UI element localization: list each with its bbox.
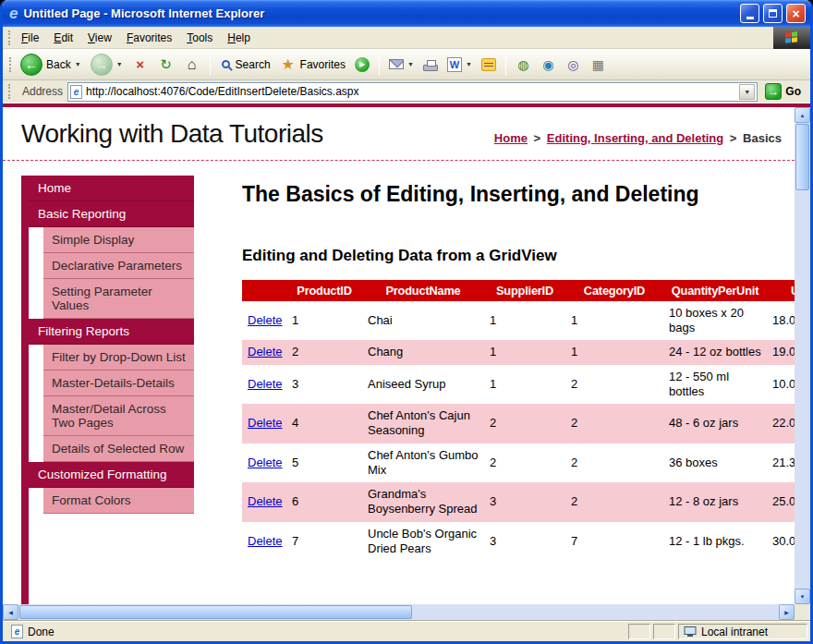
unitprice-cell: 18.0: [767, 301, 795, 341]
scrollbar-corner: [795, 604, 810, 620]
addon-globe-button[interactable]: ◍: [512, 55, 535, 74]
table-row: Delete 2 Chang 1 1 24 - 12 oz bottles 19…: [242, 340, 795, 364]
delete-link[interactable]: Delete: [248, 534, 283, 548]
delete-link[interactable]: Delete: [248, 345, 283, 358]
delete-cell: Delete: [242, 482, 286, 522]
favorites-icon: ★: [280, 56, 297, 73]
status-empty-pane: [628, 624, 650, 639]
sidebar-item-filtering-reports[interactable]: Filtering Reports: [29, 319, 194, 345]
productid-cell: 6: [286, 482, 362, 522]
title-bar: e Untitled Page - Microsoft Internet Exp…: [3, 0, 810, 27]
forward-button[interactable]: → ▼: [87, 52, 127, 78]
sidebar-item-simple-display[interactable]: Simple Display: [43, 227, 194, 253]
addon-grid-button[interactable]: ▦: [587, 55, 610, 74]
productid-cell: 3: [286, 365, 362, 405]
go-label: Go: [785, 85, 801, 98]
media-icon: ▶: [355, 57, 370, 72]
print-button[interactable]: [419, 56, 442, 73]
site-header: Working with Data Tutorials Home > Editi…: [3, 107, 795, 161]
categoryid-cell: 2: [565, 444, 663, 483]
menu-tools[interactable]: Tools: [179, 28, 220, 48]
addon-messenger-button[interactable]: ◉: [537, 55, 560, 74]
supplierid-cell: 2: [484, 444, 565, 483]
scroll-up-button[interactable]: ▲: [795, 107, 810, 123]
delete-link[interactable]: Delete: [248, 313, 283, 327]
mail-dropdown-icon[interactable]: ▼: [407, 61, 414, 67]
section-heading: Editing and Deleting Data from a GridVie…: [242, 247, 795, 265]
back-button[interactable]: ← Back ▼: [17, 52, 85, 78]
quantityperunit-cell: 24 - 12 oz bottles: [663, 340, 767, 364]
media-button[interactable]: ▶: [351, 55, 373, 74]
table-row: Delete 4 Chef Anton's Cajun Seasoning 2 …: [242, 404, 795, 444]
sidebar-item-declarative-parameters[interactable]: Declarative Parameters: [43, 253, 194, 279]
edit-dropdown-icon[interactable]: ▼: [466, 61, 472, 67]
delete-link[interactable]: Delete: [248, 456, 283, 469]
categoryid-cell: 2: [565, 404, 663, 444]
menu-view[interactable]: View: [80, 28, 119, 48]
breadcrumb-home-link[interactable]: Home: [494, 131, 528, 145]
breadcrumb-section-link[interactable]: Editing, Inserting, and Deleting: [547, 131, 723, 145]
sidebar-item-details-of-selected-row[interactable]: Details of Selected Row: [43, 436, 194, 462]
column-header-productid: ProductID: [286, 280, 362, 301]
close-button[interactable]: ×: [786, 4, 806, 23]
scroll-right-button[interactable]: ▶: [779, 604, 795, 620]
menu-favorites[interactable]: Favorites: [119, 28, 179, 48]
back-label: Back: [46, 58, 71, 71]
horizontal-scrollbar[interactable]: ◀ ▶: [3, 604, 795, 620]
vertical-scrollbar[interactable]: ▲ ▼: [795, 107, 810, 604]
search-button[interactable]: Search: [216, 56, 274, 73]
sidebar-item-format-colors[interactable]: Format Colors: [43, 488, 194, 514]
breadcrumb-separator: >: [531, 131, 544, 145]
categoryid-cell: 2: [565, 365, 663, 405]
forward-dropdown-icon[interactable]: ▼: [116, 61, 123, 67]
menu-help[interactable]: Help: [220, 28, 258, 48]
delete-cell: Delete: [242, 444, 286, 483]
address-bar: Address e http://localhost:4076/Code/Edi…: [3, 80, 810, 103]
address-dropdown-button[interactable]: ▼: [739, 84, 755, 100]
home-button[interactable]: ⌂: [180, 55, 204, 75]
address-input[interactable]: e http://localhost:4076/Code/EditInsertD…: [67, 82, 758, 102]
maximize-button[interactable]: [763, 4, 783, 23]
delete-cell: Delete: [242, 404, 286, 444]
horizontal-scroll-thumb[interactable]: [19, 605, 412, 619]
delete-cell: Delete: [242, 365, 286, 405]
address-url[interactable]: http://localhost:4076/Code/EditInsertDel…: [86, 85, 735, 98]
minimize-button[interactable]: [740, 4, 759, 23]
delete-link[interactable]: Delete: [248, 416, 283, 430]
back-dropdown-icon[interactable]: ▼: [75, 61, 81, 67]
addon-research-button[interactable]: ◎: [562, 55, 585, 74]
menu-file[interactable]: File: [14, 28, 46, 48]
scroll-track[interactable]: [413, 604, 779, 620]
sidebar-item-filter-by-dropdown-list[interactable]: Filter by Drop-Down List: [43, 345, 194, 371]
go-button[interactable]: → Go: [762, 83, 807, 100]
supplierid-cell: 1: [484, 340, 565, 364]
scroll-left-button[interactable]: ◀: [3, 604, 18, 620]
security-zone-pane: Local intranet: [678, 624, 807, 639]
menu-edit[interactable]: Edit: [46, 28, 80, 48]
table-row: Delete 5 Chef Anton's Gumbo Mix 2 2 36 b…: [242, 444, 795, 483]
refresh-icon: ↻: [158, 56, 175, 73]
scroll-track[interactable]: [795, 191, 810, 589]
mail-button[interactable]: ▼: [385, 57, 418, 71]
discuss-button[interactable]: [478, 56, 500, 73]
favorites-button[interactable]: ★ Favorites: [276, 55, 349, 75]
refresh-button[interactable]: ↻: [154, 55, 178, 75]
minimize-icon: [746, 17, 754, 19]
supplierid-cell: 2: [484, 404, 565, 444]
sidebar-item-home[interactable]: Home: [29, 176, 194, 201]
vertical-scroll-thumb[interactable]: [795, 124, 809, 190]
scroll-down-button[interactable]: ▼: [795, 589, 810, 604]
sidebar-item-master-detail-two-pages[interactable]: Master/Detail Across Two Pages: [43, 396, 194, 436]
delete-link[interactable]: Delete: [248, 494, 283, 508]
sidebar-item-customized-formatting[interactable]: Customized Formatting: [29, 462, 194, 488]
productname-cell: Chang: [362, 340, 484, 364]
security-zone-label: Local intranet: [701, 626, 768, 638]
sidebar-item-setting-parameter-values[interactable]: Setting Parameter Values: [43, 279, 194, 319]
delete-link[interactable]: Delete: [248, 377, 283, 391]
sidebar-item-basic-reporting[interactable]: Basic Reporting: [29, 201, 194, 227]
unitprice-cell: 10.0: [767, 365, 795, 405]
stop-button[interactable]: ×: [128, 55, 152, 75]
sidebar-item-master-details-details[interactable]: Master-Details-Details: [43, 371, 194, 396]
print-icon: [423, 65, 438, 71]
edit-button[interactable]: W▼: [443, 55, 476, 74]
